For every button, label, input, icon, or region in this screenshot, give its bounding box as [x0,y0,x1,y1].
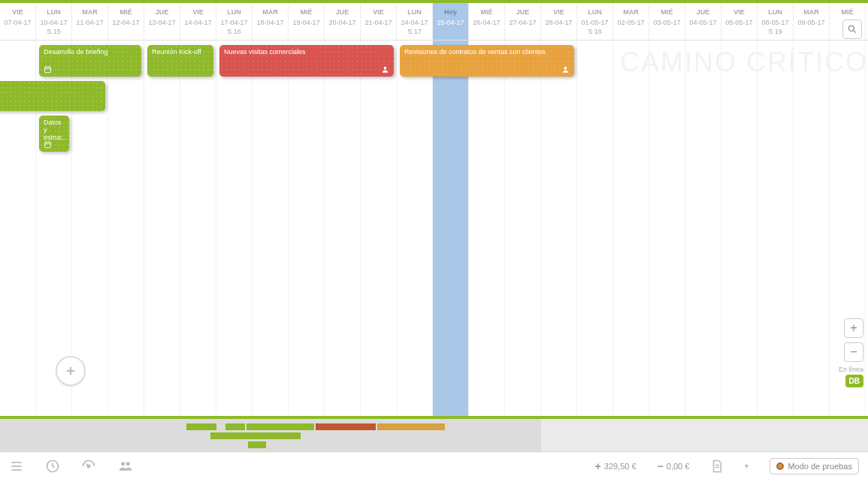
search-button[interactable] [842,20,862,39]
user-icon [381,65,389,74]
svg-point-7 [564,67,567,70]
svg-point-20 [121,462,125,465]
mode-indicator-icon [776,462,784,470]
task-card[interactable]: Revisiones de contratos de ventas con cl… [400,45,574,77]
test-mode-badge[interactable]: Modo de pruebas [770,458,859,474]
user-badge[interactable]: DB [845,375,863,387]
day-column[interactable]: LUN08-05-17S 19 [758,3,794,40]
footer-toolbar: +329,50 € −0,00 € ▾ Modo de pruebas [0,452,868,479]
dashboard-icon[interactable] [81,459,96,474]
mode-label: Modo de pruebas [788,462,852,471]
task-card[interactable] [0,81,105,111]
task-card[interactable]: Nuevas visitas comerciales [219,45,394,77]
svg-point-0 [848,26,854,31]
svg-point-21 [126,462,130,465]
online-status: En línea [839,366,863,373]
day-column[interactable]: LUN24-04-17S 17 [397,3,433,40]
day-column[interactable]: VIE21-04-17 [361,3,397,40]
task-card[interactable]: Reunión Kick-off [147,45,213,77]
day-column[interactable]: MIÉ26-04-17 [469,3,505,40]
expense-amount: −0,00 € [658,460,690,472]
clock-icon[interactable] [45,459,60,474]
day-column[interactable]: MIÉ19-04-17 [289,3,325,40]
day-column[interactable]: VIE07-04-17 [0,3,36,40]
add-task-button[interactable] [56,356,86,386]
day-column[interactable]: Hoy25-04-17 [433,3,469,40]
day-column[interactable]: MAR11-04-17 [72,3,108,40]
svg-line-19 [86,463,89,465]
day-column[interactable]: LUN01-05-17S 18 [577,3,613,40]
document-icon[interactable] [710,459,724,474]
day-column[interactable]: VIE14-04-17 [180,3,216,40]
user-icon [561,65,570,74]
svg-point-6 [384,67,387,70]
day-column[interactable]: VIE05-05-17 [721,3,758,40]
day-column[interactable]: MAR18-04-17 [253,3,289,40]
income-amount: +329,50 € [595,460,637,472]
dropdown-caret-icon[interactable]: ▾ [745,462,749,470]
team-icon[interactable] [117,459,134,474]
svg-line-1 [854,31,856,33]
overview-strip[interactable] [0,419,868,452]
task-card[interactable]: Datos y estruc... [39,116,69,152]
day-column[interactable]: MAR02-05-17 [613,3,649,40]
day-column[interactable]: MIÉ12-04-17 [108,3,144,40]
day-column[interactable]: MAR09-05-17 [794,3,830,40]
day-column[interactable]: JUE20-04-17 [325,3,361,40]
day-column[interactable]: LUN17-04-17S 16 [216,3,253,40]
zoom-in-button[interactable]: + [844,318,863,338]
svg-rect-8 [44,142,50,147]
svg-rect-2 [44,67,50,72]
day-column[interactable]: LUN10-04-17S 15 [36,3,72,40]
calendar-header: VIE07-04-17LUN10-04-17S 15MAR11-04-17MIÉ… [0,3,868,41]
calendar-icon [44,65,52,74]
list-icon[interactable] [9,459,24,474]
day-column[interactable]: MIÉ03-05-17 [649,3,685,40]
day-column[interactable]: JUE27-04-17 [505,3,541,40]
day-column[interactable]: VIE28-04-17 [541,3,577,40]
day-column[interactable]: JUE04-05-17 [685,3,721,40]
task-card[interactable]: Desarrollo de briefing [39,45,141,77]
calendar-icon [44,140,52,149]
zoom-out-button[interactable]: − [844,342,863,362]
timeline[interactable]: Desarrollo de briefingReunión Kick-offNu… [0,41,868,416]
day-column[interactable]: JUE13-04-17 [144,3,180,40]
